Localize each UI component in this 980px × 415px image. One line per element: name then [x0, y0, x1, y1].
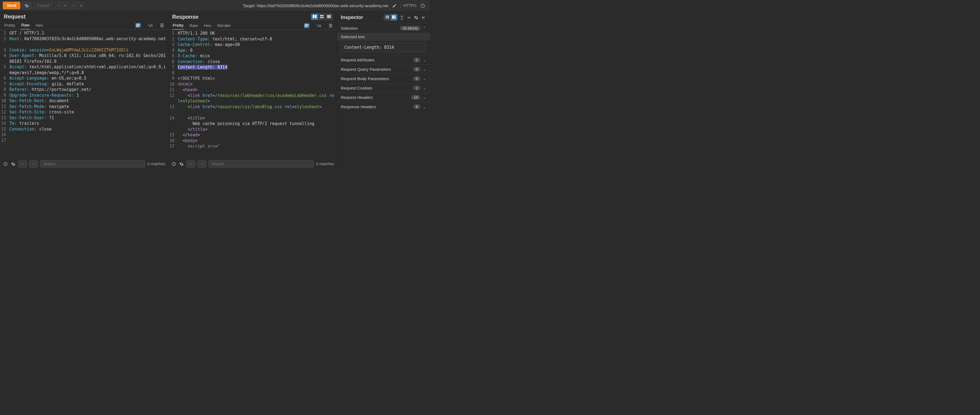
search-prev-button[interactable]: ←: [186, 160, 195, 168]
newline-toggle[interactable]: \n: [148, 22, 153, 28]
inspector-settings-button[interactable]: [414, 14, 419, 20]
tab-pretty[interactable]: Pretty: [4, 21, 16, 29]
edit-target-button[interactable]: [390, 2, 399, 9]
arrow-left-icon: ←: [21, 162, 24, 166]
history-back-menu-button[interactable]: ▾: [62, 2, 69, 9]
gear-icon: [11, 162, 15, 166]
tab-raw[interactable]: Raw: [189, 21, 198, 29]
inspector-section-header[interactable]: Request Cookies1⌄: [337, 83, 430, 93]
tab-render[interactable]: Render: [217, 21, 231, 29]
inspector-layout-narrow[interactable]: [384, 14, 391, 21]
inspector-section-header[interactable]: Request Body Parameters0⌄: [337, 74, 430, 83]
expand-icon: [399, 16, 404, 20]
chevron-down-icon: ⌄: [423, 105, 426, 109]
settings-button[interactable]: [179, 161, 184, 167]
section-badge: 2: [413, 57, 420, 62]
svg-rect-20: [395, 16, 396, 19]
response-tabs: PrettyRawHexRender\n: [168, 20, 337, 30]
inspector-section: Request Cookies1⌄: [337, 83, 430, 93]
search-next-button[interactable]: →: [29, 160, 38, 168]
svg-rect-4: [136, 26, 139, 27]
svg-rect-19: [392, 16, 394, 19]
response-search-input[interactable]: [208, 160, 314, 168]
help-button[interactable]: ?: [3, 161, 8, 167]
request-search-input[interactable]: [40, 160, 145, 168]
cancel-button[interactable]: Cancel: [33, 2, 53, 10]
collapse-all-button[interactable]: [406, 14, 412, 20]
actions-button[interactable]: [135, 23, 141, 28]
svg-rect-14: [305, 26, 307, 27]
menu-button[interactable]: [160, 22, 164, 28]
tab-hex[interactable]: Hex: [203, 21, 212, 29]
inspector-section-header[interactable]: Request Headers14⌄: [337, 93, 430, 102]
search-next-button[interactable]: →: [197, 160, 206, 168]
request-tabs: PrettyRawHex\n: [0, 20, 168, 30]
caret-down-icon: ▾: [80, 3, 82, 8]
tab-pretty[interactable]: Pretty: [172, 21, 184, 30]
layout-single[interactable]: [325, 14, 332, 20]
section-label: Request Body Parameters: [341, 76, 413, 81]
inspector-panel: Inspector Selection 20 (0x14) ⌃ Selected…: [337, 11, 430, 169]
close-icon: [421, 16, 425, 20]
section-badge: 0: [413, 76, 420, 81]
response-title: Response: [172, 14, 308, 20]
settings-button[interactable]: [10, 161, 16, 167]
chevron-down-icon: ⌄: [423, 86, 426, 90]
help-icon: ?: [3, 162, 8, 166]
layout-side-by-side[interactable]: [311, 14, 318, 20]
selection-header[interactable]: Selection 20 (0x14) ⌃: [337, 24, 430, 33]
settings-toggle-button[interactable]: [22, 2, 31, 9]
section-label: Request Headers: [341, 95, 411, 100]
chevron-down-icon: ⌄: [423, 67, 426, 72]
svg-rect-8: [315, 15, 317, 18]
section-badge: 0: [413, 67, 420, 72]
inspector-close-button[interactable]: [420, 14, 426, 20]
inspector-section-header[interactable]: Request Attributes2⌄: [337, 55, 430, 64]
chevron-right-icon: >: [73, 3, 75, 8]
response-search-matches: 0 matches: [316, 162, 334, 166]
inspector-section: Request Headers14⌄: [337, 93, 430, 102]
inspector-section-header[interactable]: Response Headers6⌄: [337, 102, 430, 111]
section-badge: 14: [411, 95, 420, 100]
tab-raw[interactable]: Raw: [21, 21, 30, 29]
menu-button[interactable]: [328, 22, 333, 29]
http-version-label[interactable]: HTTP/1: [401, 3, 417, 8]
tab-hex[interactable]: Hex: [35, 21, 43, 29]
inspector-title: Inspector: [341, 14, 382, 21]
columns-icon: [313, 15, 317, 18]
response-search-bar: ? ← → 0 matches: [168, 159, 337, 169]
narrow-icon: [386, 16, 389, 19]
response-panel: Response PrettyRawHexRender\n 1234567891…: [168, 11, 337, 169]
expand-all-button[interactable]: [399, 14, 405, 20]
selection-label: Selection: [341, 26, 400, 30]
search-prev-button[interactable]: ←: [18, 160, 27, 168]
chevron-down-icon: ⌄: [423, 95, 426, 100]
svg-rect-7: [313, 15, 314, 18]
gear-icon: [24, 3, 29, 8]
help-button[interactable]: ?: [418, 2, 427, 9]
history-back-button[interactable]: <: [55, 2, 62, 9]
response-viewer[interactable]: 1234567891011121314151617 HTTP/1.1 200 O…: [168, 30, 337, 159]
chevron-down-icon: ⌄: [423, 77, 426, 81]
chevron-left-icon: <: [57, 3, 60, 8]
inspector-layout-wide[interactable]: [391, 14, 397, 21]
actions-icon: [304, 24, 309, 27]
help-button[interactable]: ?: [171, 161, 177, 167]
request-editor[interactable]: 1234567891011121314151617 GET / HTTP/1.1…: [0, 30, 168, 159]
actions-button[interactable]: [304, 23, 309, 28]
svg-rect-3: [136, 25, 140, 26]
send-button[interactable]: Send: [3, 2, 21, 10]
inspector-selection-section: Selection 20 (0x14) ⌃ Selected text Cont…: [337, 23, 430, 55]
history-forward-button[interactable]: >: [70, 2, 77, 9]
inspector-section: Request Body Parameters0⌄: [337, 74, 430, 83]
selected-text-value: Content-Length: 8314: [341, 42, 426, 52]
inspector-section-header[interactable]: Request Query Parameters0⌄: [337, 65, 430, 74]
history-forward-group: > ▾: [70, 2, 84, 9]
rows-icon: [320, 15, 324, 18]
layout-stacked[interactable]: [318, 14, 325, 20]
newline-toggle[interactable]: \n: [316, 23, 322, 28]
pencil-icon: [392, 3, 397, 8]
wide-icon: [392, 16, 396, 19]
history-back-group: < ▾: [55, 2, 69, 9]
history-forward-menu-button[interactable]: ▾: [77, 2, 84, 9]
